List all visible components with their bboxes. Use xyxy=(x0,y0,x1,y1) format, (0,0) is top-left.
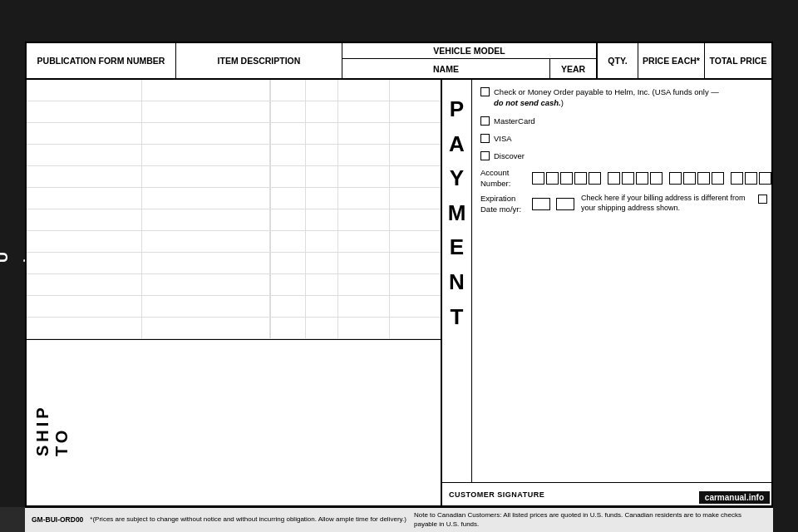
visa-label: VISA xyxy=(494,133,512,144)
discover-option: Discover xyxy=(480,150,771,161)
pay-letter-m: M xyxy=(448,196,466,231)
form-wrapper: PUBLICATION FORM NUMBER ITEM DESCRIPTION… xyxy=(25,42,773,507)
pay-letter-p: P xyxy=(450,92,464,127)
billing-note-text: Check here if your billing address is di… xyxy=(581,194,755,213)
ship-to-area: SHIP TO xyxy=(27,339,441,505)
table-row xyxy=(27,123,441,145)
table-row xyxy=(27,209,441,231)
header-vehicle-model: VEHICLE MODEL NAME YEAR xyxy=(342,43,597,78)
customer-signature-label: CUSTOMER SIGNATURE xyxy=(449,490,544,499)
footer-form-id: GM-BUI-ORD00 xyxy=(32,515,83,524)
billing-different-checkbox[interactable] xyxy=(758,195,767,204)
account-number-row: Account Number: xyxy=(480,168,771,189)
acct-box-10[interactable] xyxy=(669,172,682,185)
acct-box-14[interactable] xyxy=(731,172,743,185)
table-row xyxy=(27,318,441,339)
footer-note: *(Prices are subject to change without n… xyxy=(90,515,406,524)
acct-box-13[interactable] xyxy=(712,172,724,185)
footer: GM-BUI-ORD00 *(Prices are subject to cha… xyxy=(25,507,773,532)
mastercard-label: MasterCard xyxy=(494,116,535,126)
pay-letter-n: N xyxy=(449,265,465,300)
acct-box-15[interactable] xyxy=(745,172,757,185)
pay-letter-t: T xyxy=(451,300,464,335)
visa-checkbox[interactable] xyxy=(480,134,490,143)
order-lines: SHIP TO xyxy=(27,80,442,505)
table-row xyxy=(27,80,441,101)
account-number-boxes[interactable] xyxy=(532,172,771,185)
expiry-row: Expiration Date mo/yr: xyxy=(480,194,574,214)
acct-box-3[interactable] xyxy=(560,172,573,185)
header-qty: QTY. xyxy=(597,43,638,78)
check-money-order-checkbox[interactable] xyxy=(480,87,490,96)
ship-to-label: SHIP TO xyxy=(33,390,71,456)
line-price[interactable] xyxy=(338,80,390,101)
account-number-label: Account Number: xyxy=(480,168,532,189)
acct-box-11[interactable] xyxy=(683,172,696,185)
visa-option: VISA xyxy=(480,133,771,144)
line-pub[interactable] xyxy=(27,80,142,101)
table-row xyxy=(27,166,441,188)
acct-box-8[interactable] xyxy=(636,172,648,185)
billing-check-section: Check here if your billing address is di… xyxy=(581,194,771,213)
line-total[interactable] xyxy=(390,80,441,101)
exp-box-2[interactable] xyxy=(556,198,574,210)
table-row xyxy=(27,188,441,209)
footer-left: GM-BUI-ORD00 *(Prices are subject to cha… xyxy=(32,515,414,524)
check-money-order-text: Check or Money Order payable to Helm, In… xyxy=(494,86,719,109)
acct-box-7[interactable] xyxy=(622,172,634,185)
header-item-description: ITEM DESCRIPTION xyxy=(176,43,342,78)
line-qty[interactable] xyxy=(306,80,338,101)
header-vehicle-name: NAME xyxy=(342,59,550,78)
acct-box-9[interactable] xyxy=(650,172,663,185)
header-vehicle-year: YEAR xyxy=(550,59,596,78)
right-area: P A Y M E N T Check or Money Order payab… xyxy=(442,80,771,505)
table-row xyxy=(27,101,441,123)
check-money-order-option: Check or Money Order payable to Helm, In… xyxy=(480,86,771,109)
body-area: SHIP TO P A Y M E N T xyxy=(27,80,771,505)
acct-box-16[interactable] xyxy=(759,172,771,185)
table-row xyxy=(27,253,441,274)
table-row xyxy=(27,231,441,253)
expiry-boxes[interactable] xyxy=(532,198,574,210)
footer-canadian-note: Note to Canadian Customers: All listed p… xyxy=(414,511,741,527)
header-row: PUBLICATION FORM NUMBER ITEM DESCRIPTION… xyxy=(27,43,771,80)
mastercard-checkbox[interactable] xyxy=(480,116,490,126)
pay-letter-y: Y xyxy=(450,161,464,196)
payment-row: P A Y M E N T Check or Money Order payab… xyxy=(442,80,771,482)
acct-box-4[interactable] xyxy=(574,172,587,185)
line-item[interactable] xyxy=(142,80,270,101)
pay-letter-a: A xyxy=(449,127,465,162)
acct-box-1[interactable] xyxy=(532,172,544,185)
footer-right: Note to Canadian Customers: All listed p… xyxy=(414,511,766,529)
side-right-bar xyxy=(773,0,798,532)
discover-label: Discover xyxy=(494,150,525,161)
mastercard-option: MasterCard xyxy=(480,116,771,126)
acct-box-5[interactable] xyxy=(589,172,601,185)
side-left-bar: 2001 U.S. GM xyxy=(0,0,25,507)
discover-checkbox[interactable] xyxy=(480,151,490,160)
table-row xyxy=(27,274,441,296)
header-price-each: PRICE EACH* xyxy=(638,43,705,78)
header-total-price: TOTAL PRICE xyxy=(705,43,771,78)
payment-letters: P A Y M E N T xyxy=(442,80,472,482)
acct-box-6[interactable] xyxy=(608,172,620,185)
expiry-section: Expiration Date mo/yr: xyxy=(480,194,574,219)
table-row xyxy=(27,296,441,318)
pay-letter-e: E xyxy=(450,230,464,265)
header-pub-form-number: PUBLICATION FORM NUMBER xyxy=(27,43,176,78)
line-year[interactable] xyxy=(271,80,307,101)
table-row xyxy=(27,145,441,166)
acct-box-12[interactable] xyxy=(697,172,710,185)
payment-options: Check or Money Order payable to Helm, In… xyxy=(472,80,771,482)
expiry-billing-row: Expiration Date mo/yr: Check here if you… xyxy=(480,194,771,219)
top-bar xyxy=(0,0,798,42)
exp-box-1[interactable] xyxy=(532,198,550,210)
acct-box-2[interactable] xyxy=(546,172,559,185)
watermark: carmanual.info xyxy=(699,491,770,504)
expiry-label: Expiration Date mo/yr: xyxy=(480,194,532,214)
